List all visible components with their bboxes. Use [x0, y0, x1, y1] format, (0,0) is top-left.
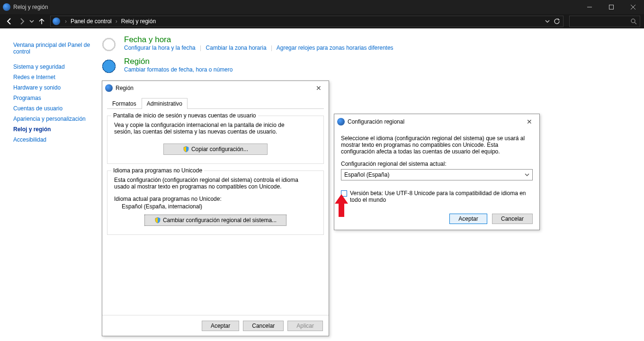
breadcrumb-current[interactable]: Reloj y región — [119, 18, 158, 25]
current-lang-label: Idioma actual para programas no Unicode: — [114, 196, 317, 202]
chevron-right-icon: › — [114, 18, 119, 25]
link-add-clocks[interactable]: Agregar relojes para zonas horarias dife… — [277, 45, 394, 51]
group-non-unicode: Idioma para programas no Unicode Esta co… — [107, 170, 324, 235]
region-dialog-footer: Aceptar Cancelar Aplicar — [102, 315, 329, 336]
region-dialog-title: Región — [116, 85, 134, 91]
chevron-down-icon[interactable] — [545, 19, 550, 24]
locale-dialog-desc: Seleccione el idioma (configuración regi… — [341, 135, 533, 155]
locale-dialog-titlebar[interactable]: Configuración regional ✕ — [334, 114, 539, 129]
locale-select-value: Español (España) — [344, 171, 389, 178]
sidebar-item-system[interactable]: Sistema y seguridad — [13, 62, 91, 72]
sidebar-item-clock-region[interactable]: Reloj y región — [13, 124, 91, 135]
locale-dialog-close-button[interactable]: ✕ — [522, 118, 537, 126]
maximize-button[interactable] — [600, 0, 622, 14]
locale-dialog-footer: Aceptar Cancelar — [334, 210, 539, 230]
region-cancel-button[interactable]: Cancelar — [243, 321, 284, 331]
close-button[interactable] — [622, 0, 644, 14]
svg-point-4 — [631, 19, 635, 23]
locale-select[interactable]: Español (España) — [341, 169, 533, 180]
group-title-welcome: Pantalla de inicio de sesión y nuevas cu… — [111, 112, 258, 119]
search-input[interactable] — [569, 16, 640, 27]
sidebar-item-appearance[interactable]: Apariencia y personalización — [13, 114, 91, 124]
window-titlebar: Reloj y región — [0, 0, 644, 14]
refresh-icon[interactable] — [554, 18, 560, 25]
app-icon — [3, 3, 10, 11]
explorer-navbar: › Panel de control › Reloj y región — [0, 14, 644, 28]
window-title: Reloj y región — [13, 4, 579, 10]
up-button[interactable] — [36, 16, 47, 27]
region-apply-button[interactable]: Aplicar — [287, 321, 323, 331]
minimize-button[interactable] — [579, 0, 600, 14]
locale-select-label: Configuración regional del sistema actua… — [341, 161, 533, 167]
category-title-datetime[interactable]: Fecha y hora — [124, 35, 394, 45]
group-welcome-screen: Pantalla de inicio de sesión y nuevas cu… — [107, 116, 324, 164]
svg-rect-1 — [609, 5, 614, 9]
group-title-non-unicode: Idioma para programas no Unicode — [111, 167, 204, 174]
address-bar[interactable]: › Panel de control › Reloj y región — [50, 16, 564, 27]
utf8-beta-row: Versión beta: Use UTF-8 Unicode para la … — [341, 190, 533, 203]
link-change-timezone[interactable]: Cambiar la zona horaria — [206, 45, 267, 51]
region-dialog-titlebar[interactable]: Región ✕ — [102, 81, 329, 95]
tab-formats[interactable]: Formatos — [107, 98, 142, 109]
globe-icon — [99, 57, 118, 76]
sidebar-item-programs[interactable]: Programas — [13, 93, 91, 103]
link-set-time[interactable]: Configurar la hora y la fecha — [124, 45, 196, 51]
locale-cancel-button[interactable]: Cancelar — [492, 214, 533, 224]
current-lang-value: Español (España, internacional) — [122, 203, 317, 210]
sidebar-item-accounts[interactable]: Cuentas de usuario — [13, 103, 91, 114]
annotation-arrow — [335, 194, 348, 217]
sidebar-home-link[interactable]: Ventana principal del Panel de control — [13, 40, 91, 57]
region-ok-button[interactable]: Aceptar — [202, 321, 239, 331]
chevron-down-icon — [525, 172, 529, 177]
category-region: Región Cambiar formatos de fecha, hora o… — [99, 57, 644, 76]
recent-dropdown[interactable] — [28, 16, 35, 27]
sidebar-item-hardware[interactable]: Hardware y sonido — [13, 82, 91, 93]
link-change-formats[interactable]: Cambiar formatos de fecha, hora o número — [124, 66, 233, 73]
forward-button[interactable] — [16, 16, 27, 27]
copy-settings-button[interactable]: Copiar configuración... — [163, 144, 268, 155]
locale-dialog-title: Configuración regional — [348, 118, 404, 125]
locale-dialog-icon — [337, 118, 345, 126]
sidebar: Ventana principal del Panel de control S… — [0, 28, 95, 341]
back-button[interactable] — [4, 16, 15, 27]
change-system-locale-button[interactable]: Cambiar configuración regional del siste… — [144, 215, 286, 226]
search-icon — [630, 18, 637, 25]
category-title-region[interactable]: Región — [124, 57, 233, 66]
clock-icon — [99, 35, 118, 54]
svg-line-5 — [635, 22, 636, 24]
sidebar-item-network[interactable]: Redes e Internet — [13, 72, 91, 82]
tab-admin[interactable]: Administrativo — [142, 98, 188, 109]
group-desc-welcome: Vea y copie la configuración internacion… — [114, 122, 289, 135]
region-dialog: Región ✕ Formatos Administrativo Pantall… — [102, 81, 329, 336]
utf8-beta-label[interactable]: Versión beta: Use UTF-8 Unicode para la … — [350, 190, 533, 203]
control-panel-icon — [53, 18, 60, 25]
locale-ok-button[interactable]: Aceptar — [449, 214, 487, 224]
shield-icon — [154, 217, 161, 224]
region-dialog-icon — [105, 84, 113, 92]
region-dialog-tabs: Formatos Administrativo — [107, 98, 324, 109]
sidebar-item-accessibility[interactable]: Accesibilidad — [13, 135, 91, 145]
breadcrumb-root[interactable]: Panel de control — [69, 18, 114, 25]
locale-dialog: Configuración regional ✕ Seleccione el i… — [334, 114, 540, 230]
region-dialog-close-button[interactable]: ✕ — [312, 84, 326, 92]
group-desc-non-unicode: Esta configuración (configuración region… — [114, 177, 304, 190]
shield-icon — [183, 146, 189, 153]
category-datetime: Fecha y hora Configurar la hora y la fec… — [99, 35, 644, 54]
chevron-right-icon: › — [63, 18, 69, 25]
